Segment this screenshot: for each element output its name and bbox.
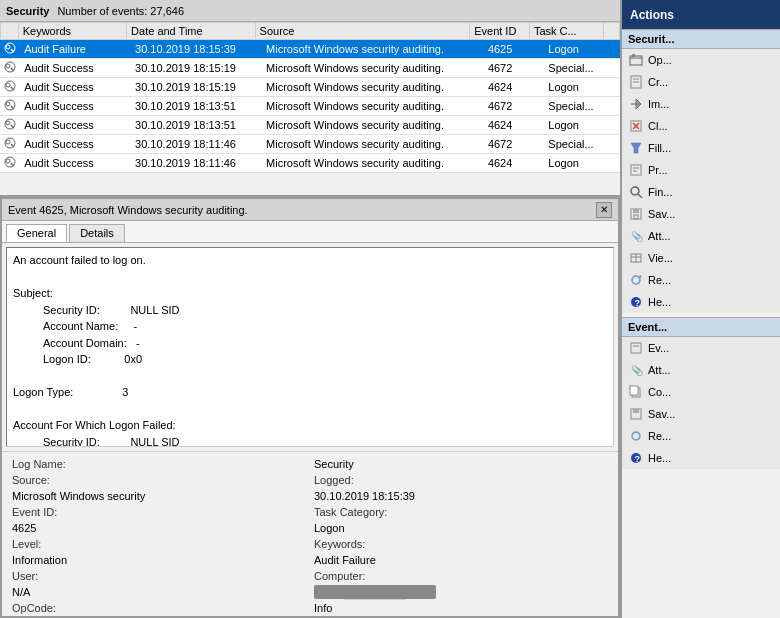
row-cell-3: 4672 [484, 135, 544, 154]
attach-icon: 📎 [628, 228, 644, 244]
action-help[interactable]: ? He... [622, 291, 780, 313]
row-cell-0: Audit Success [20, 78, 131, 97]
svg-rect-38 [633, 209, 639, 213]
table-row[interactable]: Audit Success30.10.2019 18:15:19Microsof… [0, 59, 620, 78]
action-attach[interactable]: 📎 Att... [622, 225, 780, 247]
action-view-label: Vie... [648, 252, 673, 264]
action-properties[interactable]: Pr... [622, 159, 780, 181]
action-help2[interactable]: ? He... [622, 447, 780, 469]
detail-title-bar: Event 4625, Microsoft Windows security a… [2, 199, 618, 221]
row-cell-1: 30.10.2019 18:13:51 [131, 97, 262, 116]
row-cell-0: Audit Success [20, 154, 131, 173]
action-event-label: Ev... [648, 342, 669, 354]
tabs-bar: General Details [2, 221, 618, 243]
action-attach2-label: Att... [648, 364, 671, 376]
table-row[interactable]: Audit Success30.10.2019 18:13:51Microsof… [0, 97, 620, 116]
col-source[interactable]: Source [255, 23, 470, 40]
svg-rect-39 [634, 215, 638, 219]
action-save[interactable]: Sav... [622, 203, 780, 225]
row-icon [0, 78, 20, 97]
row-cell-2: Microsoft Windows security auditing. [262, 135, 484, 154]
svg-line-17 [11, 144, 14, 147]
row-cell-4: Special... [544, 59, 620, 78]
row-cell-4: Logon [544, 78, 620, 97]
col-keywords[interactable]: Keywords [18, 23, 126, 40]
action-create[interactable]: Cr... [622, 71, 780, 93]
event-list: Keywords Date and Time Source Event ID T… [0, 22, 620, 197]
action-view[interactable]: Vie... [622, 247, 780, 269]
account-domain-row: Account Domain: - [13, 335, 607, 352]
failed-security-id-row: Security ID: NULL SID [13, 434, 607, 448]
svg-line-8 [11, 87, 14, 90]
row-cell-1: 30.10.2019 18:15:19 [131, 59, 262, 78]
action-filter-label: Fill... [648, 142, 671, 154]
table-row[interactable]: Audit Success30.10.2019 18:13:51Microsof… [0, 116, 620, 135]
action-save2[interactable]: Sav... [622, 403, 780, 425]
create-icon [628, 74, 644, 90]
svg-point-35 [631, 187, 639, 195]
svg-line-11 [11, 106, 14, 109]
action-find[interactable]: Fin... [622, 181, 780, 203]
row-cell-3: 4672 [484, 59, 544, 78]
description-text: An account failed to log on. [13, 254, 146, 266]
section-1-title: Securit... [622, 29, 780, 49]
detail-content: An account failed to log on. Subject: Se… [2, 243, 618, 616]
action-open[interactable]: Op... [622, 49, 780, 71]
keywords-value: Audit Failure [310, 552, 612, 568]
svg-point-19 [6, 159, 10, 163]
action-filter[interactable]: Fill... [622, 137, 780, 159]
table-row[interactable]: Audit Success30.10.2019 18:11:46Microsof… [0, 135, 620, 154]
action-clear[interactable]: Cl... [622, 115, 780, 137]
level-label: Level: [8, 536, 310, 552]
account-name-row: Account Name: - [13, 318, 607, 335]
row-cell-4: Logon [544, 40, 620, 59]
action-help2-label: He... [648, 452, 671, 464]
col-datetime[interactable]: Date and Time [127, 23, 255, 40]
event-table-body: Audit Failure30.10.2019 18:15:39Microsof… [0, 40, 620, 173]
action-save2-label: Sav... [648, 408, 675, 420]
event-list-scroll[interactable]: Audit Failure30.10.2019 18:15:39Microsof… [0, 40, 620, 195]
svg-line-5 [11, 68, 14, 71]
row-cell-1: 30.10.2019 18:11:46 [131, 154, 262, 173]
action-help-label: He... [648, 296, 671, 308]
svg-line-20 [11, 163, 14, 166]
opcode-value: Info [310, 600, 612, 616]
action-event[interactable]: Ev... [622, 337, 780, 359]
row-icon [0, 59, 20, 78]
action-copy[interactable]: Co... [622, 381, 780, 403]
user-value: N/A [8, 584, 310, 600]
table-row[interactable]: Audit Failure30.10.2019 18:15:39Microsof… [0, 40, 620, 59]
tab-details[interactable]: Details [69, 224, 125, 242]
table-row[interactable]: Audit Success30.10.2019 18:11:46Microsof… [0, 154, 620, 173]
table-row[interactable]: Audit Success30.10.2019 18:15:19Microsof… [0, 78, 620, 97]
row-cell-3: 4624 [484, 116, 544, 135]
row-cell-0: Audit Success [20, 97, 131, 116]
source-value: Microsoft Windows security [8, 488, 310, 504]
svg-text:?: ? [635, 298, 641, 308]
task-value: Logon [310, 520, 612, 536]
title-bar: Security Number of events: 27,646 [0, 0, 620, 22]
detail-title: Event 4625, Microsoft Windows security a… [8, 204, 248, 216]
find-icon [628, 184, 644, 200]
col-eventid[interactable]: Event ID [470, 23, 530, 40]
row-cell-2: Microsoft Windows security auditing. [262, 59, 484, 78]
col-task[interactable]: Task C... [529, 23, 603, 40]
row-cell-2: Microsoft Windows security auditing. [262, 78, 484, 97]
computer-label: Computer: [310, 568, 612, 584]
computer-redacted: ████████ [314, 585, 436, 599]
action-attach-label: Att... [648, 230, 671, 242]
svg-line-14 [11, 125, 14, 128]
action-attach2[interactable]: 📎 Att... [622, 359, 780, 381]
row-cell-4: Logon [544, 154, 620, 173]
view-icon [628, 250, 644, 266]
action-refresh[interactable]: Re... [622, 269, 780, 291]
tab-general[interactable]: General [6, 224, 67, 242]
action-import[interactable]: Im... [622, 93, 780, 115]
detail-text-area[interactable]: An account failed to log on. Subject: Se… [6, 247, 614, 447]
close-button[interactable]: ✕ [596, 202, 612, 218]
action-refresh2[interactable]: Re... [622, 425, 780, 447]
subject-label: Subject: [13, 287, 53, 299]
row-icon [0, 135, 20, 154]
action-import-label: Im... [648, 98, 669, 110]
eventid-value: 4625 [8, 520, 310, 536]
